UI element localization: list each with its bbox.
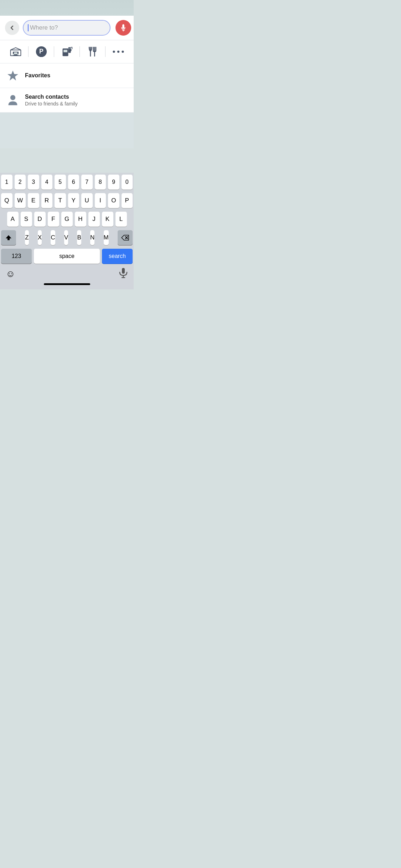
delete-key[interactable] — [118, 230, 133, 245]
key-u[interactable]: U — [81, 193, 93, 208]
key-b[interactable]: B — [77, 230, 81, 245]
person-icon — [6, 94, 19, 107]
search-input-container[interactable] — [23, 20, 110, 36]
key-2[interactable]: 2 — [15, 175, 26, 190]
key-m[interactable]: M — [104, 230, 109, 245]
gas-station-icon — [61, 46, 73, 57]
search-contacts-item[interactable]: Search contacts Drive to friends & famil… — [0, 88, 134, 113]
mic-button[interactable] — [115, 20, 131, 36]
key-z[interactable]: Z — [25, 230, 29, 245]
keyboard-row-zxcv: Z X C V B N M — [0, 228, 134, 247]
keyboard: 1 2 3 4 5 6 7 8 9 0 Q W E R T Y U I O P … — [0, 173, 134, 289]
emoji-key[interactable]: ☺ — [6, 268, 15, 279]
delete-icon — [121, 235, 129, 241]
restaurant-icon — [87, 46, 98, 57]
key-f[interactable]: F — [48, 212, 59, 227]
svg-rect-18 — [68, 48, 71, 49]
keyboard-mic-key[interactable] — [119, 268, 128, 280]
key-n[interactable]: N — [90, 230, 94, 245]
svg-marker-26 — [7, 71, 18, 81]
search-contacts-subtitle: Drive to friends & family — [25, 101, 78, 107]
map-content-area — [0, 113, 134, 148]
search-panel: P — [0, 16, 134, 113]
svg-point-27 — [10, 95, 15, 100]
key-9[interactable]: 9 — [108, 175, 119, 190]
key-k[interactable]: K — [102, 212, 113, 227]
key-l[interactable]: L — [115, 212, 127, 227]
categories-row: P — [0, 40, 134, 63]
svg-rect-28 — [122, 268, 125, 274]
key-s[interactable]: S — [21, 212, 32, 227]
key-q[interactable]: Q — [1, 193, 12, 208]
key-c[interactable]: C — [51, 230, 55, 245]
shift-key[interactable] — [1, 230, 16, 245]
key-o[interactable]: O — [108, 193, 119, 208]
category-more[interactable] — [106, 44, 131, 60]
key-g[interactable]: G — [61, 212, 73, 227]
svg-point-11 — [17, 54, 19, 55]
key-v[interactable]: V — [64, 230, 68, 245]
home-bar — [44, 283, 90, 285]
key-search[interactable]: search — [102, 249, 133, 264]
key-0[interactable]: 0 — [122, 175, 133, 190]
svg-rect-16 — [63, 50, 67, 52]
search-contacts-title: Search contacts — [25, 94, 78, 100]
svg-text:P: P — [39, 48, 43, 55]
svg-point-24 — [117, 51, 119, 53]
category-gas[interactable] — [54, 44, 79, 60]
back-arrow-icon — [9, 25, 15, 31]
parking-icon: P — [36, 46, 47, 57]
key-1[interactable]: 1 — [1, 175, 12, 190]
key-x[interactable]: X — [38, 230, 42, 245]
keyboard-number-row: 1 2 3 4 5 6 7 8 9 0 — [0, 173, 134, 191]
text-cursor — [28, 24, 29, 31]
keyboard-mic-icon — [119, 268, 128, 278]
keyboard-bottom-row: 123 space search — [0, 247, 134, 265]
svg-rect-12 — [14, 52, 17, 55]
list-area: Favorites Search contacts Drive to frien… — [0, 63, 134, 113]
favorites-text: Favorites — [25, 72, 50, 79]
shift-icon — [5, 234, 12, 241]
keyboard-row-qwerty: Q W E R T Y U I O P — [0, 191, 134, 210]
key-4[interactable]: 4 — [41, 175, 53, 190]
svg-point-25 — [122, 51, 124, 53]
key-w[interactable]: W — [15, 193, 26, 208]
key-a[interactable]: A — [7, 212, 19, 227]
keyboard-emoji-row: ☺ — [0, 265, 134, 281]
key-123[interactable]: 123 — [1, 249, 32, 264]
key-5[interactable]: 5 — [55, 175, 66, 190]
key-r[interactable]: R — [41, 193, 53, 208]
search-bar-row — [0, 16, 134, 40]
search-input[interactable] — [30, 24, 106, 31]
key-space[interactable]: space — [34, 249, 100, 264]
search-contacts-text: Search contacts Drive to friends & famil… — [25, 94, 78, 107]
favorites-item[interactable]: Favorites — [0, 63, 134, 88]
favorites-title: Favorites — [25, 72, 50, 79]
back-button[interactable] — [5, 21, 19, 35]
key-j[interactable]: J — [88, 212, 100, 227]
category-restaurant[interactable] — [80, 44, 105, 60]
key-d[interactable]: D — [34, 212, 46, 227]
category-parking[interactable]: P — [29, 44, 54, 60]
keyboard-row-asdf: A S D F G H J K L — [0, 210, 134, 228]
garage-icon — [10, 46, 21, 57]
key-h[interactable]: H — [75, 212, 86, 227]
star-icon — [6, 69, 19, 82]
key-6[interactable]: 6 — [68, 175, 79, 190]
home-indicator — [0, 281, 134, 286]
key-p[interactable]: P — [122, 193, 133, 208]
key-3[interactable]: 3 — [28, 175, 39, 190]
more-icon — [113, 46, 124, 57]
svg-point-10 — [12, 54, 14, 55]
key-y[interactable]: Y — [68, 193, 79, 208]
key-t[interactable]: T — [55, 193, 66, 208]
key-8[interactable]: 8 — [95, 175, 106, 190]
key-7[interactable]: 7 — [81, 175, 93, 190]
microphone-icon — [119, 24, 127, 32]
key-i[interactable]: I — [95, 193, 106, 208]
svg-rect-19 — [70, 49, 71, 51]
key-e[interactable]: E — [28, 193, 39, 208]
category-garage[interactable] — [3, 44, 28, 60]
svg-point-23 — [113, 51, 115, 53]
